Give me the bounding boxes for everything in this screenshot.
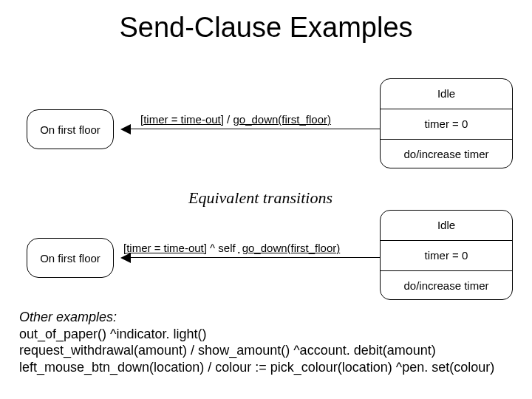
- transition-arrow-1: [122, 129, 380, 129]
- state-name-row: Idle: [381, 79, 512, 109]
- transition-label-2: [timer = time-out] ^ self.go_down(first_…: [123, 242, 340, 257]
- state-idle-1: Idle timer = 0 do/increase timer: [380, 78, 513, 168]
- action-text: go_down(first_floor): [233, 113, 331, 126]
- state-name-row: Idle: [381, 211, 512, 241]
- guard-text: [timer = time-out]: [123, 242, 207, 254]
- state-entry-row: timer = 0: [381, 109, 512, 140]
- other-examples: Other examples: out_of_paper() ^indicato…: [19, 309, 507, 375]
- state-label: On first floor: [40, 252, 100, 265]
- example-line: left_mouse_btn_down(location) / colour :…: [19, 359, 507, 376]
- action-text: go_down(first_floor): [242, 242, 341, 254]
- state-activity-row: do/increase timer: [381, 140, 512, 169]
- example-line: out_of_paper() ^indicator. light(): [19, 326, 507, 343]
- state-idle-2: Idle timer = 0 do/increase timer: [380, 210, 513, 300]
- slide-title: Send-Clause Examples: [0, 12, 532, 44]
- example-line: request_withdrawal(amount) / show_amount…: [19, 342, 507, 359]
- slash-text: /: [224, 113, 233, 126]
- slide: Send-Clause Examples On first floor Idle…: [0, 0, 532, 399]
- state-entry-row: timer = 0: [381, 241, 512, 271]
- state-label: On first floor: [40, 123, 100, 136]
- state-activity-row: do/increase timer: [381, 271, 512, 301]
- transition-arrow-2: [122, 257, 380, 258]
- state-on-first-floor-1: On first floor: [27, 109, 114, 149]
- examples-header: Other examples:: [19, 309, 507, 326]
- dot-text: .: [236, 242, 242, 256]
- state-on-first-floor-2: On first floor: [27, 238, 114, 278]
- transition-label-1: [timer = time-out] / go_down(first_floor…: [140, 113, 331, 126]
- guard-text: [timer = time-out]: [140, 113, 224, 126]
- arrowhead-icon: [120, 124, 131, 134]
- caret-self-text: ^ self: [207, 242, 236, 254]
- equivalent-transitions-label: Equivalent transitions: [188, 188, 332, 208]
